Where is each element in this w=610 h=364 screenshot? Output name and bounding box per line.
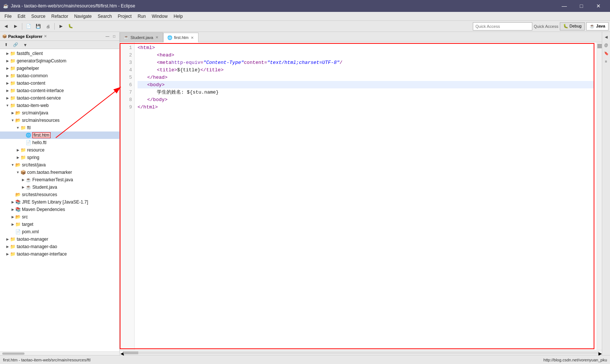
pe-menu[interactable]: ▼ [21, 40, 30, 49]
tree-item-com-taotao-freemarker[interactable]: ▼📦com.taotao.freemarker [0, 169, 119, 176]
tab-label-student-java: Student.java [130, 35, 153, 40]
window-title: Java - taotao-item-web/src/main/resource… [11, 3, 135, 9]
tree-item-taotao-item-web[interactable]: ▼📁taotao-item-web [0, 102, 119, 109]
outline-btn[interactable]: ◀ [603, 33, 610, 40]
tree-icon-taotao-common: 📁 [10, 73, 16, 79]
tree-item-target[interactable]: ▶📁target [0, 221, 119, 228]
toolbar-new[interactable]: 📄 [24, 22, 33, 31]
editor-vscroll[interactable] [597, 42, 602, 350]
tab-label-first-htm: first.htm [174, 35, 188, 40]
hscroll-left-btn[interactable]: ◀ [120, 351, 123, 355]
tree-item-pagehelper[interactable]: ▶📁pagehelper [0, 65, 119, 72]
app-icon: ☕ [3, 3, 9, 9]
tree-icon-taotao-content-service: 📁 [10, 95, 16, 101]
tree-arrow-first-htm [21, 133, 25, 137]
hscroll-thumb[interactable] [123, 351, 138, 354]
tree-icon-ftl: 📁 [20, 125, 26, 131]
code-line-4: <title>${title}</title> [138, 66, 594, 74]
bookmark-btn[interactable]: 🔖 [603, 50, 610, 56]
tree-label-taotao-item-web: taotao-item-web [17, 103, 49, 108]
diff-btn[interactable]: ≡ [603, 58, 610, 65]
tree-item-resource[interactable]: ▶📁resource [0, 146, 119, 154]
quick-access-input[interactable] [473, 22, 532, 30]
tree-item-taotao-manager-dao[interactable]: ▶📁taotao-manager-dao [0, 243, 119, 250]
line-num-3: 3 [120, 59, 134, 66]
tree-item-fastdfs_client[interactable]: ▶📁fastdfs_client [0, 50, 119, 57]
toolbar-fwd[interactable]: ▶ [11, 22, 20, 31]
tree-item-src[interactable]: ▶📂src [0, 213, 119, 221]
toolbar-save[interactable]: 💾 [34, 22, 43, 31]
tree-icon-hello-ftl: 📄 [25, 140, 31, 146]
toolbar-run[interactable]: ▶ [57, 22, 65, 31]
menu-item-source[interactable]: Source [28, 13, 48, 20]
editor-tab-first-htm[interactable]: 🌐first.htm✕ [163, 33, 199, 42]
close-button[interactable]: ✕ [590, 0, 607, 12]
vscroll-thumb[interactable] [597, 44, 602, 48]
menu-item-search[interactable]: Search [95, 13, 115, 20]
menu-item-edit[interactable]: Edit [14, 13, 28, 20]
line-num-1: 1 [120, 44, 134, 51]
tree-item-pom-xml[interactable]: 📄pom.xml [0, 228, 119, 235]
minimize-button[interactable]: — [556, 0, 573, 12]
tree-item-taotao-content[interactable]: ▶📁taotao-content [0, 79, 119, 87]
task-btn[interactable]: @ [603, 42, 610, 48]
tree-item-hello-ftl[interactable]: 📄hello.ftl [0, 139, 119, 146]
tree-icon-resource: 📁 [20, 147, 26, 153]
pe-collapse-all[interactable]: ⬆ [1, 40, 10, 49]
tree-item-src-main-resources[interactable]: ▼📂src/main/resources [0, 117, 119, 124]
line-num-5: 5 [120, 74, 134, 81]
tree-item-taotao-content-interface[interactable]: ▶📁taotao-content-interface [0, 87, 119, 94]
tree-item-spring[interactable]: ▶📁spring [0, 154, 119, 161]
line-numbers: 123456789 [120, 42, 135, 350]
tree-arrow-taotao-common: ▶ [5, 74, 10, 78]
tree-arrow-taotao-content: ▶ [5, 81, 10, 85]
tree-arrow-src-main-resources: ▼ [10, 118, 15, 123]
tree-item-first-htm[interactable]: 🌐first.htm [0, 131, 119, 139]
tree-item-src-main-java[interactable]: ▶📂src/main/java [0, 109, 119, 117]
tree-item-taotao-content-service[interactable]: ▶📁taotao-content-service [0, 94, 119, 102]
menu-item-project[interactable]: Project [115, 13, 135, 20]
tree-item-jre-system-library[interactable]: ▶📚JRE System Library [JavaSE-1.7] [0, 198, 119, 206]
pe-tree[interactable]: ▶📁fastdfs_client▶📁generatorSqlmapCustom▶… [0, 49, 119, 351]
menu-item-refactor[interactable]: Refactor [48, 13, 71, 20]
pe-maximize-btn[interactable]: □ [111, 33, 117, 39]
pe-hscrollbar[interactable] [0, 351, 119, 355]
tree-label-taotao-manager-interface: taotao-manager-interface [17, 251, 67, 257]
title-bar-left: ☕ Java - taotao-item-web/src/main/resour… [3, 3, 135, 9]
tree-item-taotao-manager[interactable]: ▶📁taotao-manager [0, 235, 119, 243]
tree-item-src-test-java[interactable]: ▼📂src/test/java [0, 161, 119, 169]
tab-close-first-htm[interactable]: ✕ [190, 36, 194, 40]
menu-item-run[interactable]: Run [135, 13, 149, 20]
toolbar-debug[interactable]: 🐛 [66, 22, 75, 31]
hscroll-right-btn[interactable]: ▶ [598, 351, 601, 355]
tree-arrow-resource: ▶ [16, 148, 20, 152]
tree-label-first-htm: first.htm [32, 132, 51, 138]
tree-item-Student-java[interactable]: ▶☕Student.java [0, 183, 119, 191]
pe-link-editor[interactable]: 🔗 [11, 40, 20, 49]
menu-item-window[interactable]: Window [149, 13, 171, 20]
tree-icon-taotao-content-interface: 📁 [10, 88, 16, 94]
menu-item-file[interactable]: File [1, 13, 14, 20]
tree-item-taotao-common[interactable]: ▶📁taotao-common [0, 72, 119, 79]
menu-item-help[interactable]: Help [171, 13, 186, 20]
code-content[interactable]: <html><head><meta http-equiv="Content-Ty… [135, 42, 597, 350]
java-perspective-button[interactable]: ☕ Java [586, 22, 609, 30]
debug-perspective-button[interactable]: 🐛 Debug [560, 22, 585, 30]
tree-item-maven-dependencies[interactable]: ▶📚Maven Dependencies [0, 206, 119, 213]
editor-hscrollbar[interactable]: ◀ ▶ [120, 350, 602, 355]
tree-item-taotao-manager-interface[interactable]: ▶📁taotao-manager-interface [0, 250, 119, 258]
toolbar-back[interactable]: ◀ [1, 22, 10, 31]
tree-item-generatorSqlmapCustom[interactable]: ▶📁generatorSqlmapCustom [0, 57, 119, 65]
tree-icon-src-main-java: 📂 [15, 110, 21, 116]
tree-item-ftl[interactable]: ▼📁ftl [0, 124, 119, 131]
tree-icon-pom-xml: 📄 [15, 229, 21, 235]
tree-item-src-test-resources[interactable]: 📂src/test/resources [0, 191, 119, 198]
menu-item-navigate[interactable]: Navigate [71, 13, 94, 20]
restore-button[interactable]: □ [573, 0, 590, 12]
package-explorer-panel: 📦 Package Explorer ✕ — □ ⬆ 🔗 ▼ ▶📁fastdfs… [0, 32, 120, 355]
tab-close-student-java[interactable]: ✕ [155, 35, 159, 39]
tree-item-FreemarkerTest-java[interactable]: ▶☕FreemarkerTest.java [0, 176, 119, 183]
pe-minimize-btn[interactable]: — [104, 33, 110, 39]
toolbar-print[interactable]: 🖨 [43, 22, 52, 31]
editor-tab-student-java[interactable]: ☕Student.java✕ [120, 32, 163, 42]
